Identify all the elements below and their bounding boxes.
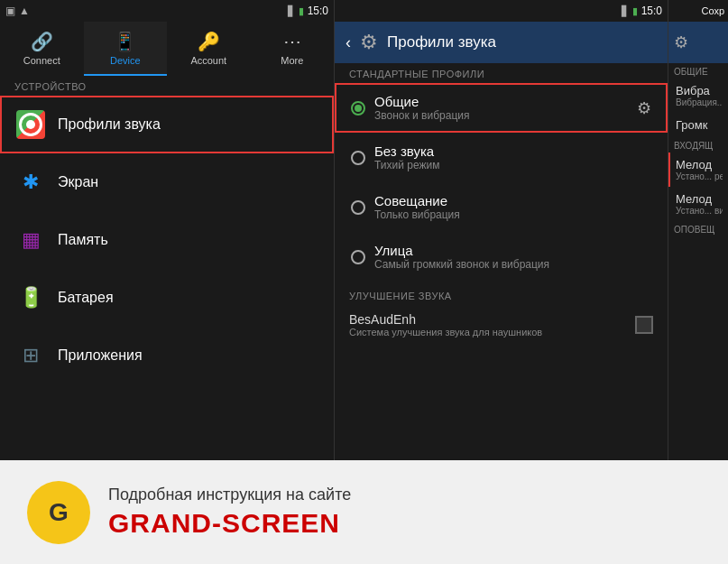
panel2-title: Профили звука [387,33,496,51]
tab-bar: 🔗 Connect 📱 Device 🔑 Account ⋯ More [0,22,334,76]
battery2-icon: ▮ [632,5,638,17]
panel3-title-bar: ⚙ [668,22,728,63]
profile-street-content: Улица Самый громкий звонок и вибрация [374,243,651,271]
tab-device-label: Device [110,55,141,66]
status-time-3: Сохр [701,5,724,16]
apps-icon: ⊞ [16,341,45,370]
connect-icon: 🔗 [31,31,53,52]
profile-meeting-name: Совещание [374,193,651,208]
profile-street[interactable]: Улица Самый громкий звонок и вибрация [335,232,668,282]
menu-item-screen[interactable]: ✱ Экран [0,153,334,211]
profile-general-name: Общие [374,94,628,109]
radio-general [351,101,365,116]
grand-subtitle: Подробная инструкция на сайте [108,485,351,504]
menu-item-sound[interactable]: Профили звука [0,96,334,153]
grand-text: Подробная инструкция на сайте GRAND-SCRE… [108,485,351,539]
menu-item-battery-label: Батарея [58,290,114,306]
memory-icon: ▦ [16,226,45,254]
status-icons-left: ▣ ▲ [5,5,30,17]
bes-checkbox[interactable] [635,316,653,334]
panel-sound-profiles: ▋ ▮ 15:0 ‹ ⚙ Профили звука СТАНДАРТНЫЕ П… [334,0,668,460]
status-bar-1: ▣ ▲ ▋ ▮ 15:0 [0,0,334,22]
profile-meeting-desc: Только вибрация [374,208,651,221]
wifi-icon: ▲ [19,5,30,17]
sound-settings-icon: ⚙ [360,31,378,54]
menu-item-memory[interactable]: ▦ Память [0,211,334,269]
radio-street [351,250,365,264]
p3-incoming-section: ВХОДЯЩ [668,137,728,153]
p3-melody2-item[interactable]: Мелод Устано... видеов... [668,187,728,221]
screen-icon: ✱ [16,168,45,197]
grand-title: GRAND-SCREEN [108,508,351,539]
menu-item-apps[interactable]: ⊞ Приложения [0,327,334,384]
back-arrow-icon[interactable]: ‹ [346,33,351,52]
p3-vibration-sub: Вибрация... [676,97,723,107]
bes-desc: Система улучшения звука для наушников [349,327,626,337]
p3-volume-label: Громк [676,118,723,132]
profile-silent-content: Без звука Тихий режим [374,143,651,171]
device-icon: 📱 [114,31,136,52]
general-gear-icon[interactable]: ⚙ [637,98,651,118]
account-icon: 🔑 [198,31,220,52]
p3-vibration-label: Вибра [676,84,723,97]
panel-profile-settings: Сохр ⚙ ОБЩИЕ Вибра Вибрация... Громк ВХО… [668,0,728,460]
bes-name: BesAudEnh [349,312,626,327]
profile-meeting-content: Совещание Только вибрация [374,193,651,221]
grand-brand: GRAND [108,508,212,538]
profile-silent-name: Без звука [374,143,651,159]
tab-connect-label: Connect [23,55,60,66]
bes-audio-item[interactable]: BesAudEnh Система улучшения звука для на… [335,305,668,345]
profile-general[interactable]: Общие Звонок и вибрация ⚙ [335,83,668,133]
settings-icon-p3: ⚙ [674,32,688,52]
tab-device[interactable]: 📱 Device [84,22,168,76]
radio-silent [351,151,365,165]
menu-item-apps-label: Приложения [58,347,143,364]
bottom-banner: G Подробная инструкция на сайте GRAND-SC… [0,460,728,564]
tab-account-label: Account [190,55,226,66]
status-time-1: 15:0 [308,5,328,17]
standard-profiles-header: СТАНДАРТНЫЕ ПРОФИЛИ [335,63,668,83]
p3-volume-item[interactable]: Громк [668,113,728,137]
bes-content: BesAudEnh Система улучшения звука для на… [349,312,626,337]
grand-logo-letter: G [49,498,69,527]
panel2-title-bar: ‹ ⚙ Профили звука [335,22,668,63]
p3-melody2-label: Мелод [676,192,723,206]
profile-silent[interactable]: Без звука Тихий режим [335,133,668,182]
profile-street-desc: Самый громкий звонок и вибрация [374,258,651,271]
p3-vibration-item[interactable]: Вибра Вибрация... [668,79,728,113]
p3-general-section: ОБЩИЕ [668,63,728,79]
grand-suffix: -SCREEN [212,508,340,538]
grand-logo: G [27,481,90,544]
p3-melody1-sub: Устано... речевых... [676,171,723,181]
profile-general-desc: Звонок и вибрация [374,109,628,122]
device-menu-list: Профили звука ✱ Экран ▦ Память 🔋 Батарея… [0,96,334,460]
status-icons-right: ▋ ▮ 15:0 [288,5,328,17]
sound-profile-icon [16,110,45,139]
p3-melody1-item[interactable]: Мелод Устано... речевых... [668,153,728,187]
more-icon: ⋯ [283,31,301,52]
tab-connect[interactable]: 🔗 Connect [0,22,84,76]
battery-icon: 🔋 [16,283,45,312]
tab-more[interactable]: ⋯ More [251,22,335,76]
radio-meeting [351,200,365,215]
signal-icon: ▋ [288,5,295,17]
status-bar-2: ▋ ▮ 15:0 [335,0,668,22]
tab-more-label: More [281,55,303,66]
p3-notify-section: ОПОВЕЩ [668,221,728,236]
menu-item-battery[interactable]: 🔋 Батарея [0,269,334,327]
enhance-section-header: УЛУЧШЕНИЕ ЗВУКА [335,285,668,305]
status-bar-3: Сохр [668,0,728,22]
menu-item-sound-label: Профили звука [58,116,161,133]
signal2-icon: ▋ [622,5,629,17]
menu-item-memory-label: Память [58,232,108,248]
p3-melody1-label: Мелод [676,158,723,171]
profile-silent-desc: Тихий режим [374,159,651,171]
profile-meeting[interactable]: Совещание Только вибрация [335,182,668,232]
tab-account[interactable]: 🔑 Account [167,22,251,76]
profile-street-name: Улица [374,243,651,258]
device-section-header: УСТРОЙСТВО [0,76,334,96]
status-time-2: 15:0 [641,5,662,17]
panel-device: ▣ ▲ ▋ ▮ 15:0 🔗 Connect 📱 Device 🔑 Accoun… [0,0,334,460]
battery-status-icon: ▮ [299,5,304,17]
notification-icon: ▣ [5,5,15,17]
